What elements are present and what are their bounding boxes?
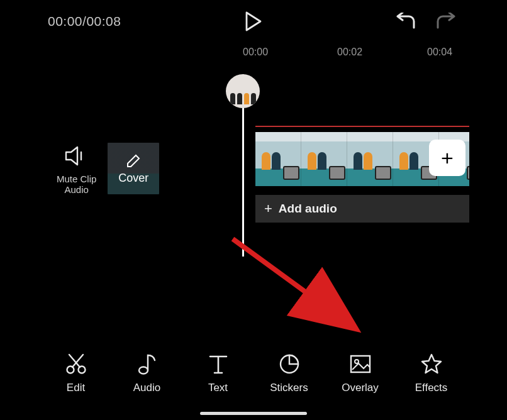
- tool-label: Effects: [415, 382, 448, 394]
- video-clip-track[interactable]: +: [255, 130, 469, 187]
- redo-icon: [434, 13, 457, 30]
- redo-button[interactable]: [434, 10, 457, 33]
- svg-rect-5: [351, 356, 370, 372]
- tool-label: Audio: [133, 382, 160, 394]
- timecode-display: 00:00/00:08: [48, 14, 121, 29]
- tool-effects[interactable]: Effects: [400, 351, 463, 394]
- tool-label: Stickers: [270, 382, 308, 394]
- ruler-mark: 00:04: [427, 47, 452, 58]
- ruler-mark: 00:00: [243, 47, 268, 58]
- plus-icon: +: [441, 146, 454, 170]
- scissors-icon: [64, 352, 88, 376]
- svg-point-6: [355, 360, 359, 363]
- add-audio-row[interactable]: + Add audio: [255, 195, 469, 223]
- mute-label-1: Mute Clip: [57, 174, 96, 184]
- track-top-line: [255, 126, 469, 127]
- svg-point-3: [139, 367, 148, 374]
- timeline-area: Mute Clip Audio Cover: [38, 63, 469, 264]
- undo-button[interactable]: [395, 10, 418, 33]
- sticker-icon: [277, 352, 301, 376]
- overlay-icon: [348, 353, 372, 375]
- tool-overlay[interactable]: Overlay: [329, 351, 392, 394]
- mute-label-2: Audio: [64, 184, 88, 195]
- text-icon: [208, 353, 229, 375]
- tool-text[interactable]: Text: [187, 351, 250, 394]
- play-icon: [245, 11, 262, 31]
- video-editor-frame: 00:00/00:08 00:00 00:02 00:04: [38, 0, 469, 420]
- timeline-side-controls: Mute Clip Audio Cover: [57, 142, 159, 196]
- timeline-ruler: 00:00 00:02 00:04: [243, 47, 469, 62]
- music-note-icon: [136, 351, 159, 377]
- add-audio-label: Add audio: [279, 202, 337, 216]
- tool-edit[interactable]: Edit: [45, 351, 108, 394]
- pencil-icon: [125, 153, 142, 169]
- play-button[interactable]: [241, 9, 266, 34]
- tool-label: Overlay: [342, 382, 379, 394]
- mute-clip-audio-button[interactable]: Mute Clip Audio: [57, 142, 96, 196]
- tool-label: Text: [208, 382, 228, 394]
- cover-label: Cover: [118, 172, 148, 185]
- bottom-toolbar: Edit Audio Text: [38, 345, 469, 401]
- playhead-preview-bubble[interactable]: [226, 74, 260, 108]
- undo-redo-group: [395, 10, 457, 33]
- home-indicator: [200, 412, 307, 415]
- tool-label: Edit: [67, 382, 85, 394]
- add-clip-button[interactable]: +: [429, 140, 465, 176]
- tool-audio[interactable]: Audio: [116, 351, 179, 394]
- undo-icon: [395, 13, 418, 30]
- plus-icon: +: [264, 201, 272, 217]
- star-icon: [420, 352, 443, 376]
- tool-stickers[interactable]: Stickers: [258, 351, 321, 394]
- mute-icon: [64, 145, 90, 167]
- cover-thumbnail: Cover: [108, 143, 159, 194]
- top-bar: 00:00/00:08: [38, 5, 469, 38]
- ruler-mark: 00:02: [337, 47, 362, 58]
- cover-button[interactable]: Cover: [108, 143, 159, 194]
